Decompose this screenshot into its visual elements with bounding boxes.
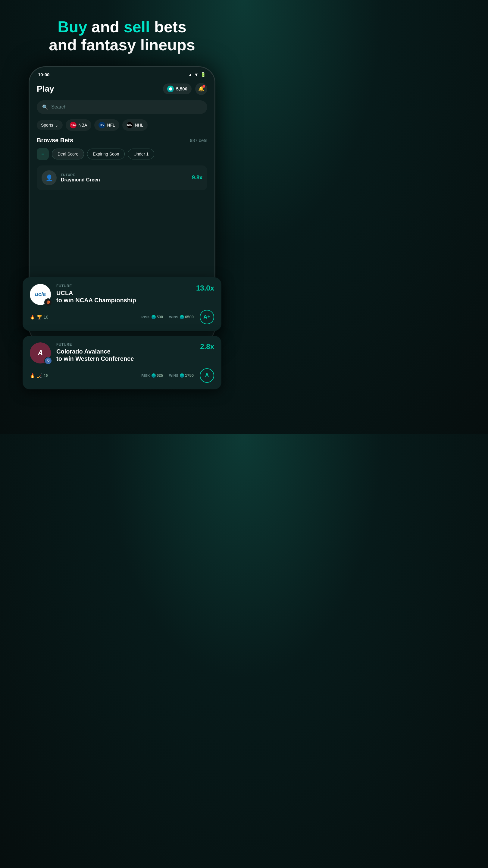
sports-filter-button[interactable]: Sports ⌄ xyxy=(37,120,63,130)
notification-dot xyxy=(202,85,205,88)
bet-player-name: Draymond Green xyxy=(61,177,188,183)
filter-buttons: ≡ Deal Score Expiring Soon Under 1 xyxy=(37,148,207,160)
avalanche-logo: A 🛡 xyxy=(30,342,51,364)
expiring-soon-label: Expiring Soon xyxy=(93,152,119,156)
header-right: ⬤ 5,500 🔔 xyxy=(163,83,207,95)
ucla-bet-card[interactable]: ucla 🏀 FUTURE UCLA to win NCAA Champions… xyxy=(23,277,221,331)
nhl-label: NHL xyxy=(135,123,143,127)
under-filter[interactable]: Under 1 xyxy=(128,149,154,159)
browse-header: Browse Bets 987 bets xyxy=(37,137,207,144)
risk-label2: RISK xyxy=(141,374,150,377)
card1-subtitle: to win NCAA Championship xyxy=(56,297,136,304)
card2-wins-value: 1750 xyxy=(180,373,194,378)
card1-grade-badge: A+ xyxy=(200,310,214,324)
card1-type: FUTURE xyxy=(56,284,136,288)
bet-info: FUTURE Draymond Green xyxy=(61,173,188,183)
sports-label: Sports xyxy=(41,123,53,127)
coin-icon-small3 xyxy=(152,373,156,378)
fire-emoji: 🔥 xyxy=(30,315,35,319)
nfl-label: NFL xyxy=(107,123,115,127)
nhl-filter-button[interactable]: NHL NHL xyxy=(122,119,148,131)
expiring-soon-filter[interactable]: Expiring Soon xyxy=(87,149,125,159)
card1-wins-value: 6500 xyxy=(180,315,194,319)
card1-risk: RISK 500 xyxy=(141,315,163,319)
nba-label: NBA xyxy=(78,123,87,127)
card2-emoji-count: 18 xyxy=(44,373,48,378)
hero-title: Buy and sell bets and fantasy lineups xyxy=(49,18,195,54)
nba-logo: NBA xyxy=(70,122,76,128)
filter-icon-button[interactable]: ≡ xyxy=(37,148,49,160)
app-title: Play xyxy=(37,84,54,94)
card1-multiplier: 13.0x xyxy=(196,284,214,292)
risk-label: RISK xyxy=(141,315,150,319)
sport-badge-overlay: 🏀 xyxy=(44,299,52,306)
card1-wins: WINS 6500 xyxy=(169,315,194,319)
hero-and1: and xyxy=(92,18,124,36)
card1-info: FUTURE UCLA to win NCAA Championship 13.… xyxy=(56,284,214,304)
card2-footer: 🔥 🏒 18 RISK 625 WINS xyxy=(30,368,214,383)
app-header: Play ⬤ 5,500 🔔 xyxy=(37,83,207,95)
puck-emoji: 🏒 xyxy=(37,373,42,378)
filter-tabs: Sports ⌄ NBA NBA NFL NFL NHL NHL xyxy=(37,119,207,131)
card2-type: FUTURE xyxy=(56,342,134,347)
search-placeholder: Search xyxy=(51,104,67,110)
coins-value: 5,500 xyxy=(176,86,187,91)
card1-grade: A+ xyxy=(203,314,210,320)
card1-stats: RISK 500 WINS 6500 A+ xyxy=(141,310,214,324)
hero-bets: bets xyxy=(154,18,187,36)
phone-mockup: 10:00 ▲ ▼ 🔋 Play ⬤ 5,500 xyxy=(29,66,216,398)
card1-emojis: 🔥 🏆 10 xyxy=(30,315,48,319)
hero-sell-word: sell xyxy=(124,18,150,36)
ucla-logo: ucla 🏀 xyxy=(30,284,51,305)
nfl-logo: NFL xyxy=(98,122,105,128)
browse-title: Browse Bets xyxy=(37,137,73,144)
bet-type-label: FUTURE xyxy=(61,173,188,177)
hero-section: Buy and sell bets and fantasy lineups xyxy=(37,18,207,54)
trophy-emoji: 🏆 xyxy=(37,315,42,319)
status-bar: 10:00 ▲ ▼ 🔋 xyxy=(30,67,215,80)
card2-wins: WINS 1750 xyxy=(169,373,194,378)
clock: 10:00 xyxy=(38,72,50,77)
wifi-icon: ▼ xyxy=(194,72,198,77)
bets-count: 987 bets xyxy=(190,138,207,143)
shield-badge-overlay: 🛡 xyxy=(44,357,52,365)
coin-icon-small xyxy=(152,315,156,319)
card2-risk: RISK 625 xyxy=(141,373,163,378)
card2-multiplier: 2.8x xyxy=(200,342,214,351)
signal-icon: ▲ xyxy=(188,72,192,77)
chevron-down-icon: ⌄ xyxy=(55,123,59,127)
deal-score-filter[interactable]: Deal Score xyxy=(52,149,84,159)
hero-buy-word: Buy xyxy=(58,18,87,36)
card2-risk-value: 625 xyxy=(152,373,163,378)
card2-header: FUTURE Colorado Avalance to win Western … xyxy=(56,342,214,362)
partial-bet-card[interactable]: 👤 FUTURE Draymond Green 9.8x xyxy=(37,165,207,190)
coin-icon-small4 xyxy=(180,373,184,378)
search-icon: 🔍 xyxy=(42,104,48,110)
notification-button[interactable]: 🔔 xyxy=(195,83,207,95)
avalanche-bet-card[interactable]: A 🛡 FUTURE Colorado Avalance to win West… xyxy=(23,336,221,390)
card2-emojis: 🔥 🏒 18 xyxy=(30,373,48,378)
battery-icon: 🔋 xyxy=(200,72,206,78)
coin-icon: ⬤ xyxy=(167,86,174,92)
nfl-filter-button[interactable]: NFL NFL xyxy=(94,119,119,131)
card2-stats: RISK 625 WINS 1750 A xyxy=(141,368,214,383)
card1-type-group: FUTURE UCLA to win NCAA Championship xyxy=(56,284,136,304)
nba-filter-button[interactable]: NBA NBA xyxy=(66,119,91,131)
card1-footer: 🔥 🏆 10 RISK 500 WINS xyxy=(30,310,214,324)
nhl-logo: NHL xyxy=(127,122,133,128)
coins-badge: ⬤ 5,500 xyxy=(163,84,192,94)
card1-emoji-count: 10 xyxy=(44,315,48,319)
card1-top: ucla 🏀 FUTURE UCLA to win NCAA Champions… xyxy=(30,284,214,305)
wins-label2: WINS xyxy=(169,374,178,377)
card1-risk-value: 500 xyxy=(152,315,163,319)
avalanche-letter: A xyxy=(38,349,43,357)
status-icons: ▲ ▼ 🔋 xyxy=(188,72,206,78)
card2-subtitle: to win Western Conference xyxy=(56,355,134,362)
card2-type-group: FUTURE Colorado Avalance to win Western … xyxy=(56,342,134,362)
card2-grade-badge: A xyxy=(200,368,214,383)
card1-header: FUTURE UCLA to win NCAA Championship 13.… xyxy=(56,284,214,304)
hero-line2: and fantasy lineups xyxy=(49,36,195,54)
wins-label: WINS xyxy=(169,315,178,319)
card1-team: UCLA xyxy=(56,289,136,297)
search-bar[interactable]: 🔍 Search xyxy=(37,100,207,114)
